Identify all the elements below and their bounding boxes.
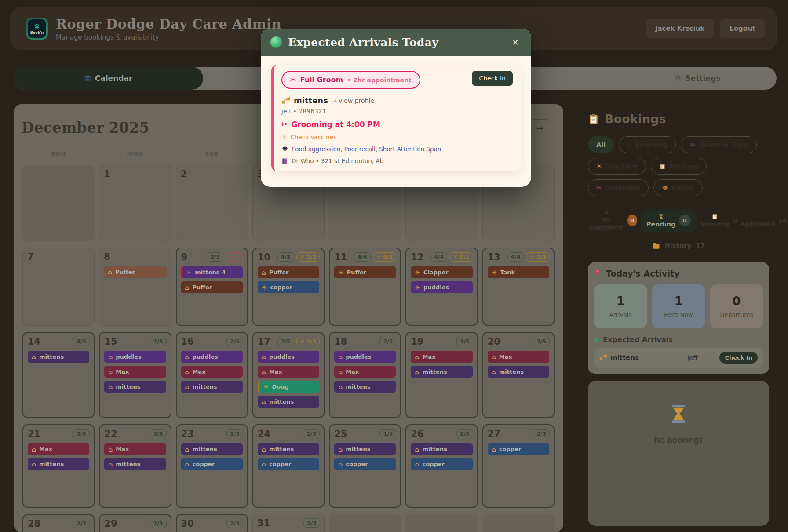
event-pill[interactable]: ⌂Max xyxy=(181,366,243,378)
event-pill[interactable]: ⌂mittens xyxy=(258,396,319,408)
view-profile-link[interactable]: → view profile xyxy=(332,97,374,104)
filter-chip-boarding[interactable]: ⌂Boarding xyxy=(619,136,676,153)
page-title: Roger Dodge Day Care Admin xyxy=(56,16,281,32)
event-pill[interactable]: ⌂mittens xyxy=(488,366,549,378)
gradcap-icon xyxy=(689,142,696,148)
event-pill[interactable]: ⌂copper xyxy=(258,458,319,470)
sidebar-check-in-button[interactable]: Check In xyxy=(719,352,758,364)
tab-settings[interactable]: ⚙ Settings xyxy=(627,67,768,90)
next-month-button[interactable]: → xyxy=(529,119,550,136)
event-pill[interactable]: ⌂mittens xyxy=(411,366,472,378)
day-cell[interactable]: 172/5☀ 2/3⌂puddles⌂Max☀Doug⌂mittens xyxy=(252,332,325,418)
day-number: 26 xyxy=(411,429,423,439)
event-pill[interactable]: ⌂Puffer xyxy=(258,266,319,278)
event-pill[interactable]: ⌂puddles xyxy=(104,351,166,363)
day-cell[interactable]: 203/5⌂Max⌂mittens xyxy=(482,332,555,418)
event-pill[interactable]: ⌂copper xyxy=(488,443,549,455)
check-in-button[interactable]: Check In xyxy=(472,71,513,86)
house-icon: ⌂ xyxy=(262,354,266,360)
day-cell[interactable]: 144/5⌂mittens xyxy=(22,332,95,418)
event-pill[interactable]: ⌂Max xyxy=(104,443,166,455)
filter-chip-day-care[interactable]: ☀Day Care xyxy=(588,158,646,175)
day-badges: 2/3 xyxy=(226,519,243,528)
day-cell[interactable]: 1 xyxy=(99,165,171,241)
day-cell[interactable]: 92/3✂ 1✂mittens 4⌂Puffer xyxy=(176,248,248,326)
event-pill[interactable]: ⌂Max xyxy=(411,351,472,363)
event-pill[interactable]: ⌂mittens xyxy=(411,443,472,455)
day-cell[interactable]: 213/5⌂Max⌂mittens xyxy=(22,424,95,508)
event-pill[interactable]: ⌂mittens xyxy=(181,381,243,393)
filter-chip-all[interactable]: All xyxy=(588,136,614,153)
event-pill[interactable]: ⌂Puffer xyxy=(104,266,166,278)
day-cell[interactable]: 2 xyxy=(176,165,248,241)
day-cell[interactable]: 134/4☀ 2/3☀Tank xyxy=(482,248,555,326)
event-pill[interactable]: ☀puddles xyxy=(411,281,472,293)
event-pill[interactable]: ☀copper xyxy=(258,281,319,293)
filter-chip-training[interactable]: Training xyxy=(651,158,707,175)
status-tab-to-complete[interactable]: ⚑To Complete0 xyxy=(588,210,637,231)
event-pill[interactable]: ⌂copper xyxy=(181,458,243,470)
day-cell[interactable]: 231/3⌂mittens⌂copper xyxy=(176,424,248,508)
event-pill[interactable]: ⌂Max xyxy=(334,366,396,378)
day-cell[interactable]: 282/3⌂copper xyxy=(22,514,95,532)
filter-chip-puppy[interactable]: Puppy xyxy=(653,179,703,196)
day-cell[interactable]: 152/5⌂puddles⌂Max⌂mittens xyxy=(99,332,171,418)
event-pill[interactable]: ⌂mittens xyxy=(28,458,89,470)
day-cell[interactable]: 182/5⌂puddles⌂Max⌂mittens xyxy=(329,332,401,418)
cap-badge: 3/5 xyxy=(456,337,473,346)
event-pill[interactable]: ⌂mittens xyxy=(104,381,166,393)
event-pill[interactable]: ⌂Max xyxy=(258,366,319,378)
event-pill[interactable]: ⌂puddles xyxy=(334,351,396,363)
day-cell[interactable]: 292/3⌂copper xyxy=(99,514,171,532)
day-cell[interactable]: 313/3 xyxy=(252,514,325,532)
day-cell[interactable]: 193/5⌂Max⌂mittens xyxy=(405,332,478,418)
day-cell[interactable]: 241/3⌂mittens⌂copper xyxy=(252,424,325,508)
day-cell[interactable]: 124/4☀ 0/1☀Clapper☀puddles xyxy=(405,248,478,326)
event-pill[interactable]: ⌂copper xyxy=(334,458,396,470)
house-icon: ⌂ xyxy=(262,446,266,452)
event-pill[interactable]: ⌂Max xyxy=(488,351,549,363)
close-icon[interactable]: ✕ xyxy=(509,37,522,47)
user-button[interactable]: Jacek Krzciuk xyxy=(646,19,714,38)
bookings-title-label: Bookings xyxy=(605,112,666,126)
tab-calendar[interactable]: ▦ Calendar xyxy=(14,67,203,90)
day-cell[interactable]: 272/3⌂copper xyxy=(482,424,555,508)
day-cell[interactable]: 302/3⌂copper xyxy=(176,514,248,532)
day-cell[interactable]: 7 xyxy=(22,248,95,326)
event-pill[interactable]: ⌂Puffer xyxy=(181,281,243,293)
event-pill[interactable]: ☀Clapper xyxy=(411,266,472,278)
event-pill[interactable]: ⌂mittens xyxy=(334,381,396,393)
cap-badge: 2/3 xyxy=(150,519,167,528)
day-cell[interactable]: 162/5⌂puddles⌂Max⌂mittens xyxy=(176,332,248,418)
event-pill[interactable]: ⌂puddles xyxy=(258,351,319,363)
day-cell[interactable]: 8⌂Puffer xyxy=(99,248,171,326)
event-pill[interactable]: ⌂Max xyxy=(104,366,166,378)
history-tab[interactable]: History 17 xyxy=(588,242,769,250)
event-pill[interactable]: ⌂copper xyxy=(411,458,472,470)
status-tab-standby[interactable]: Standby0 xyxy=(700,213,737,228)
event-pet-name: Tank xyxy=(500,269,515,276)
event-pill[interactable]: ⌂puddles xyxy=(181,351,243,363)
event-pill[interactable]: ⌂mittens xyxy=(104,458,166,470)
event-pill[interactable]: ⌂mittens xyxy=(258,443,319,455)
filter-chip-grooming[interactable]: ✂Grooming xyxy=(588,179,649,196)
status-tab-pending[interactable]: Pending0 xyxy=(641,209,697,232)
event-pill[interactable]: ☀Puffer xyxy=(334,266,396,278)
status-tab-approved[interactable]: ✓Approved14 xyxy=(741,214,787,228)
filter-chip-board-train[interactable]: Board & Train xyxy=(681,136,757,153)
event-pill[interactable]: ⌂Max xyxy=(28,443,89,455)
empty-state-text: No bookings xyxy=(654,435,703,445)
day-cell[interactable]: 223/5⌂Max⌂mittens xyxy=(99,424,171,508)
logout-button[interactable]: Logout xyxy=(720,19,765,38)
event-pill[interactable]: ⌂mittens xyxy=(181,443,243,455)
event-pill[interactable]: ⌂mittens xyxy=(28,351,89,363)
day-cell[interactable]: 104/5☀ 2/3⌂Puffer☀copper xyxy=(252,248,325,326)
event-pill[interactable]: ⌂mittens xyxy=(334,443,396,455)
day-cell[interactable]: 114/4☀ 0/1☀Puffer xyxy=(329,248,401,326)
event-pill[interactable]: ☀Doug xyxy=(258,381,319,393)
event-pill[interactable]: ☀Tank xyxy=(488,266,549,278)
event-pet-name: puddles xyxy=(346,353,371,360)
day-cell[interactable]: 261/3⌂mittens⌂copper xyxy=(405,424,478,508)
event-pill[interactable]: ✂mittens 4 xyxy=(181,266,243,278)
day-cell[interactable]: 251/3⌂mittens⌂copper xyxy=(329,424,401,508)
